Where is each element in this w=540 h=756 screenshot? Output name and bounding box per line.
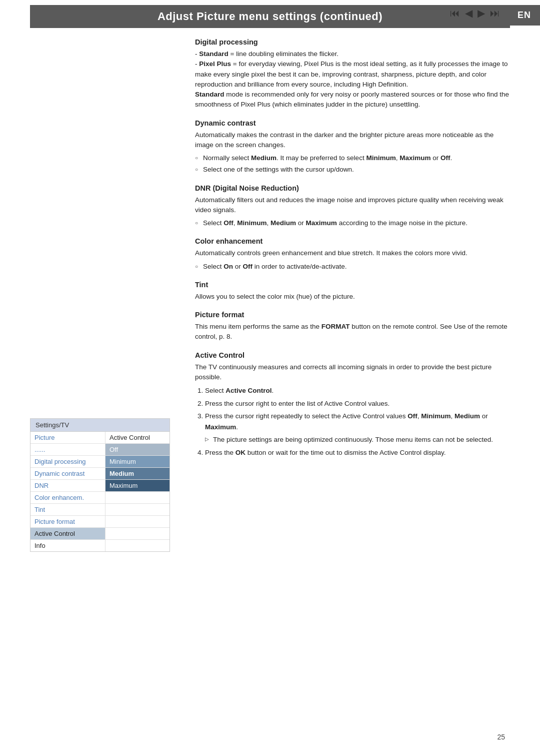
- section-heading-dnr: DNR (Digital Noise Reduction): [195, 184, 510, 192]
- section-heading-active: Active Control: [195, 351, 510, 359]
- section-heading-color: Color enhancement: [195, 237, 510, 245]
- menu-right-color: [106, 492, 170, 503]
- nav-icons[interactable]: ⏮ ◀ ▶ ⏭: [450, 7, 500, 19]
- table-row: DNR Maximum: [30, 480, 170, 492]
- nav-prev-icon[interactable]: ◀: [465, 7, 472, 19]
- table-row: Active Control: [30, 528, 170, 540]
- left-panel: Settings/TV Picture Active Control .....…: [30, 38, 180, 552]
- table-row: Tint: [30, 504, 170, 516]
- menu-right-picture: Active Control: [106, 432, 170, 443]
- table-row: Dynamic contrast Medium: [30, 468, 170, 480]
- section-heading-dynamic: Dynamic contrast: [195, 119, 510, 127]
- page-title: Adjust Picture menu settings (continued): [30, 5, 510, 28]
- menu-left-dots: ......: [30, 444, 106, 455]
- menu-left-digital: Digital processing: [30, 456, 106, 467]
- list-item: Press the OK button or wait for the time…: [205, 447, 510, 458]
- table-row: Picture format: [30, 516, 170, 528]
- menu-right-off: Off: [106, 444, 170, 455]
- list-item: Select one of the settings with the curs…: [195, 165, 510, 175]
- menu-left-picture: Picture: [30, 432, 106, 443]
- section-heading-digital: Digital processing: [195, 38, 510, 46]
- nav-first-icon[interactable]: ⏮: [450, 8, 460, 19]
- menu-left-dynamic: Dynamic contrast: [30, 468, 106, 479]
- list-item: Select Active Control.: [205, 385, 510, 396]
- menu-left-dnr: DNR: [30, 480, 106, 491]
- menu-left-format: Picture format: [30, 516, 106, 527]
- color-bullets: Select On or Off in order to activate/de…: [195, 262, 510, 272]
- list-item: Select Off, Minimum, Medium or Maximum a…: [195, 218, 510, 228]
- menu-right-tint: [106, 504, 170, 515]
- table-row: Digital processing Minimum: [30, 456, 170, 468]
- menu-header: Settings/TV: [30, 419, 170, 432]
- menu-table: Settings/TV Picture Active Control .....…: [30, 418, 170, 552]
- section-body-digital: - Standard = line doubling eliminates th…: [195, 49, 510, 110]
- section-heading-tint: Tint: [195, 281, 510, 289]
- main-content: Settings/TV Picture Active Control .....…: [0, 38, 540, 552]
- menu-right-max: Maximum: [106, 480, 170, 491]
- section-body-color: Automatically controls green enhancement…: [195, 248, 510, 258]
- nav-next-icon[interactable]: ▶: [478, 7, 485, 19]
- list-item: Select On or Off in order to activate/de…: [195, 262, 510, 272]
- menu-left-color: Color enhancem.: [30, 492, 106, 503]
- menu-right-format: [106, 516, 170, 527]
- list-item: Normally select Medium. It may be prefer…: [195, 153, 510, 163]
- dynamic-bullets: Normally select Medium. It may be prefer…: [195, 153, 510, 175]
- table-row: Picture Active Control: [30, 432, 170, 444]
- section-body-format: This menu item performs the same as the …: [195, 322, 510, 342]
- list-item: Press the cursor right repeatedly to sel…: [205, 411, 510, 445]
- table-row: Color enhancem.: [30, 492, 170, 504]
- menu-right-active: [106, 528, 170, 539]
- section-body-dynamic: Automatically makes the contrast in the …: [195, 130, 510, 151]
- list-item: Press the cursor right to enter the list…: [205, 398, 510, 409]
- menu-left-active: Active Control: [30, 528, 106, 539]
- menu-right-info: [106, 540, 170, 551]
- active-steps: Select Active Control. Press the cursor …: [195, 385, 510, 458]
- section-body-tint: Allows you to select the color mix (hue)…: [195, 292, 510, 302]
- list-item: The picture settings are being optimized…: [205, 434, 510, 445]
- dnr-bullets: Select Off, Minimum, Medium or Maximum a…: [195, 218, 510, 228]
- nav-last-icon[interactable]: ⏭: [490, 8, 500, 19]
- table-row: Info: [30, 540, 170, 551]
- right-panel: Digital processing - Standard = line dou…: [190, 38, 510, 552]
- menu-left-tint: Tint: [30, 504, 106, 515]
- active-triangle-list: The picture settings are being optimized…: [205, 434, 510, 445]
- language-badge: EN: [508, 5, 540, 26]
- menu-right-min: Minimum: [106, 456, 170, 467]
- section-body-active: The TV continuously measures and correct…: [195, 362, 510, 383]
- menu-left-info: Info: [30, 540, 106, 551]
- page-number: 25: [497, 733, 505, 741]
- section-heading-format: Picture format: [195, 311, 510, 319]
- table-row: ...... Off: [30, 444, 170, 456]
- menu-right-med: Medium: [106, 468, 170, 479]
- section-body-dnr: Automatically filters out and reduces th…: [195, 195, 510, 216]
